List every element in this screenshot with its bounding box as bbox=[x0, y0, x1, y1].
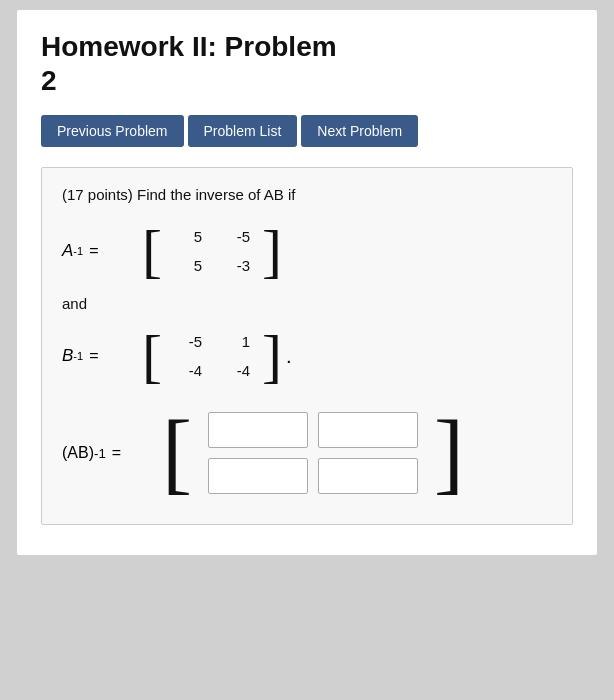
a-row2: 5 -3 bbox=[174, 257, 250, 274]
nav-buttons: Previous Problem Problem List Next Probl… bbox=[41, 115, 573, 147]
a-r2c2: -3 bbox=[222, 257, 250, 274]
b-r1c2: 1 bbox=[222, 333, 250, 350]
answer-r1c1-input[interactable] bbox=[208, 412, 308, 448]
b-bracket-left: [ bbox=[142, 326, 162, 386]
next-problem-button[interactable]: Next Problem bbox=[301, 115, 418, 147]
problem-list-button[interactable]: Problem List bbox=[188, 115, 298, 147]
a-matrix-label: A-1 = bbox=[62, 241, 142, 261]
b-matrix-values: -5 1 -4 -4 bbox=[166, 329, 258, 383]
b-row2: -4 -4 bbox=[174, 362, 250, 379]
answer-row1 bbox=[208, 412, 418, 448]
problem-intro-text: (17 points) Find the inverse of AB if bbox=[62, 186, 295, 203]
answer-r1c2-input[interactable] bbox=[318, 412, 418, 448]
answer-r2c1-input[interactable] bbox=[208, 458, 308, 494]
answer-exponent: -1 bbox=[94, 446, 106, 461]
prev-problem-button[interactable]: Previous Problem bbox=[41, 115, 184, 147]
b-label-letter: B bbox=[62, 346, 73, 366]
b-r1c1: -5 bbox=[174, 333, 202, 350]
a-inverse-section: A-1 = [ 5 -5 5 -3 ] bbox=[62, 221, 552, 281]
a-matrix-values: 5 -5 5 -3 bbox=[166, 224, 258, 278]
a-matrix-display: A-1 = [ 5 -5 5 -3 ] bbox=[62, 221, 552, 281]
period: . bbox=[286, 345, 292, 368]
title-line2: 2 bbox=[41, 65, 57, 96]
a-exponent: -1 bbox=[73, 245, 83, 257]
answer-bracket-right: ] bbox=[434, 415, 464, 492]
page-title: Homework II: Problem 2 bbox=[41, 30, 573, 97]
page-container: Homework II: Problem 2 Previous Problem … bbox=[17, 10, 597, 555]
a-bracket-right: ] bbox=[262, 221, 282, 281]
answer-label: (AB)-1 = bbox=[62, 444, 162, 462]
b-bracket-container: [ -5 1 -4 -4 ] bbox=[142, 326, 282, 386]
problem-box: (17 points) Find the inverse of AB if A-… bbox=[41, 167, 573, 525]
b-inverse-section: B-1 = [ -5 1 -4 -4 ] bbox=[62, 326, 552, 386]
a-r2c1: 5 bbox=[174, 257, 202, 274]
a-bracket-container: [ 5 -5 5 -3 ] bbox=[142, 221, 282, 281]
answer-bracket-left: [ bbox=[162, 415, 192, 492]
title-line1: Homework II: Problem bbox=[41, 31, 337, 62]
a-label-letter: A bbox=[62, 241, 73, 261]
a-r1c2: -5 bbox=[222, 228, 250, 245]
b-bracket-right: ] bbox=[262, 326, 282, 386]
b-exponent: -1 bbox=[73, 350, 83, 362]
b-equals: = bbox=[89, 347, 98, 365]
b-r2c2: -4 bbox=[222, 362, 250, 379]
a-r1c1: 5 bbox=[174, 228, 202, 245]
answer-r2c2-input[interactable] bbox=[318, 458, 418, 494]
answer-equals: = bbox=[112, 444, 121, 462]
answer-label-text: (AB) bbox=[62, 444, 94, 462]
b-r2c1: -4 bbox=[174, 362, 202, 379]
and-text: and bbox=[62, 295, 552, 312]
answer-section: (AB)-1 = [ ] bbox=[62, 406, 552, 500]
answer-bracket-container: [ ] bbox=[162, 406, 464, 500]
a-row1: 5 -5 bbox=[174, 228, 250, 245]
b-matrix-display: B-1 = [ -5 1 -4 -4 ] bbox=[62, 326, 552, 386]
b-matrix-label: B-1 = bbox=[62, 346, 142, 366]
a-bracket-left: [ bbox=[142, 221, 162, 281]
answer-row2 bbox=[208, 458, 418, 494]
answer-matrix bbox=[198, 406, 428, 500]
problem-intro: (17 points) Find the inverse of AB if bbox=[62, 186, 552, 203]
a-equals: = bbox=[89, 242, 98, 260]
b-row1: -5 1 bbox=[174, 333, 250, 350]
